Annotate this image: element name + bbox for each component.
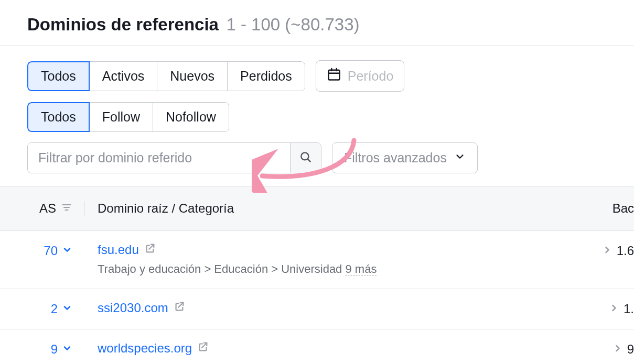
page-header: Dominios de referencia 1 - 100 (~80.733) [0,0,634,46]
chevron-down-icon [62,342,72,357]
as-score-expand[interactable]: 70 [44,244,72,258]
table-header-row: AS Dominio raíz / Categoría Bac [0,186,634,231]
search-wrap [27,142,321,173]
period-label: Período [348,69,394,84]
search-input[interactable] [28,143,290,173]
toolbar-row-1: Todos Activos Nuevos Perdidos Período To… [0,46,634,142]
svg-rect-0 [328,70,339,80]
tab-linktype-follow[interactable]: Follow [89,102,153,132]
column-header-as[interactable]: AS [0,201,85,216]
domain-category: Trabajo y educación > Educación > Univer… [98,262,377,276]
table-row: 70 fsu.edu Trabajo y educación > Educ [0,231,634,289]
backlinks-value: 1.6 [617,244,634,258]
as-score-value: 70 [44,244,58,258]
column-header-as-label: AS [39,201,56,216]
as-score-expand[interactable]: 9 [51,342,72,357]
linktype-tab-group: Todos Follow Nofollow [27,102,229,132]
backlinks-value: 9 [627,342,634,357]
tab-linktype-todos[interactable]: Todos [27,102,90,132]
column-header-backlinks-label: Bac [612,201,634,216]
domain-text: worldspecies.org [98,341,192,356]
domain-text: fsu.edu [98,242,139,257]
domain-link[interactable]: fsu.edu [98,242,156,257]
search-icon [299,150,313,166]
chevron-right-icon [612,342,623,357]
backlinks-expand[interactable]: 9 [612,341,634,357]
calendar-icon [327,67,341,85]
sort-filter-icon [61,203,72,214]
domain-link[interactable]: ssi2030.com [98,301,185,315]
svg-line-5 [307,159,310,161]
toolbar-row-2: Filtros avanzados [0,142,634,186]
advanced-filters-button[interactable]: Filtros avanzados [332,142,478,173]
period-picker-button[interactable]: Período [316,60,405,92]
as-score-value: 2 [51,302,58,316]
table-row: 9 worldspecies.org 9 [0,329,634,364]
column-header-domain[interactable]: Dominio raíz / Categoría [85,201,612,216]
chevron-down-icon [62,302,72,316]
table-row: 2 ssi2030.com 1. [0,289,634,329]
column-header-backlinks[interactable]: Bac [612,201,634,216]
chevron-right-icon [602,244,612,258]
tab-linktype-nofollow[interactable]: Nofollow [153,102,229,132]
category-path: Trabajo y educación > Educación > Univer… [98,262,342,275]
as-score-expand[interactable]: 2 [51,302,72,316]
tab-status-perdidos[interactable]: Perdidos [227,61,305,91]
as-score-value: 9 [51,342,58,357]
tab-status-activos[interactable]: Activos [89,61,158,91]
page-title: Dominios de referencia [27,15,219,34]
advanced-filters-label: Filtros avanzados [344,150,447,166]
page-title-count: 1 - 100 (~80.733) [226,15,359,34]
tab-status-todos[interactable]: Todos [27,61,90,91]
chevron-down-icon [62,244,72,258]
search-button[interactable] [290,143,321,173]
chevron-right-icon [609,302,619,316]
column-header-domain-label: Dominio raíz / Categoría [98,201,234,216]
backlinks-expand[interactable]: 1.6 [602,242,634,258]
backlinks-expand[interactable]: 1. [609,301,634,316]
status-tab-group: Todos Activos Nuevos Perdidos [27,61,305,91]
tab-status-nuevos[interactable]: Nuevos [157,61,228,91]
backlinks-value: 1. [624,302,634,316]
domain-link[interactable]: worldspecies.org [98,341,209,356]
category-more-toggle[interactable]: 9 más [345,262,377,276]
external-link-icon [144,242,156,257]
external-link-icon [197,341,209,356]
chevron-down-icon [454,150,466,166]
domain-text: ssi2030.com [98,301,168,315]
external-link-icon [174,301,185,315]
